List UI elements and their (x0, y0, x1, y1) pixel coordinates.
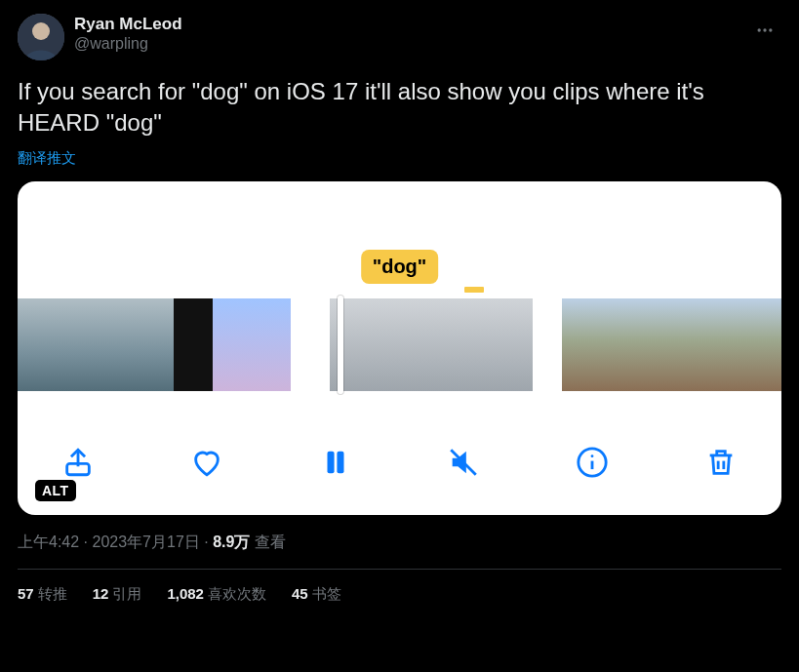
video-thumb (482, 298, 533, 391)
video-thumb (213, 298, 252, 391)
meta-separator: · (79, 534, 92, 550)
video-thumb (57, 298, 96, 391)
clip-group[interactable] (562, 298, 781, 391)
stats-row: 57转推 12引用 1,082喜欢次数 45书签 (18, 585, 781, 604)
search-term-badge: "dog" (361, 250, 439, 284)
tweet-text: If you search for "dog" on iOS 17 it'll … (18, 76, 781, 139)
video-thumb (609, 298, 656, 391)
video-thumb (380, 298, 431, 391)
clip-group[interactable] (18, 298, 291, 391)
video-thumb (656, 298, 702, 391)
display-name[interactable]: Ryan McLeod (74, 14, 182, 34)
heart-icon[interactable] (185, 441, 228, 484)
retweets-count: 57 (18, 585, 34, 602)
translate-link[interactable]: 翻译推文 (18, 149, 76, 168)
video-thumb (135, 298, 174, 391)
bookmarks-label: 书签 (312, 585, 341, 602)
share-icon[interactable] (57, 441, 100, 484)
info-icon[interactable] (571, 441, 614, 484)
quotes-count: 12 (93, 585, 109, 602)
retweets-label: 转推 (38, 585, 67, 602)
svg-rect-7 (337, 451, 343, 473)
video-thumb (562, 298, 609, 391)
alt-badge[interactable]: ALT (35, 480, 76, 501)
svg-point-1 (32, 22, 50, 40)
video-thumb (96, 298, 135, 391)
playhead[interactable] (338, 296, 343, 394)
tweet-date[interactable]: 2023年7月17日 (92, 534, 199, 550)
meta-separator: · (200, 534, 213, 550)
more-button[interactable] (748, 14, 781, 47)
clip-group[interactable] (330, 298, 533, 391)
bookmarks-stat[interactable]: 45书签 (292, 585, 341, 604)
user-handle[interactable]: @warpling (74, 34, 182, 54)
svg-rect-6 (327, 451, 334, 473)
video-thumb (749, 298, 781, 391)
svg-point-11 (591, 455, 594, 457)
video-thumb (18, 298, 57, 391)
bookmarks-count: 45 (292, 585, 308, 602)
likes-count: 1,082 (167, 585, 204, 602)
video-thumb (702, 298, 749, 391)
views-label: 查看 (250, 534, 285, 550)
likes-label: 喜欢次数 (208, 585, 266, 602)
quotes-label: 引用 (112, 585, 141, 602)
trash-icon[interactable] (699, 441, 742, 484)
tweet-time[interactable]: 上午4:42 (18, 534, 79, 550)
tweet-header: Ryan McLeod @warpling (18, 14, 781, 60)
avatar[interactable] (18, 14, 64, 60)
quotes-stat[interactable]: 12引用 (93, 585, 142, 604)
svg-point-2 (758, 28, 761, 31)
playhead-marker (464, 287, 484, 293)
tweet-container: Ryan McLeod @warpling If you search for … (0, 0, 799, 617)
video-thumb (252, 298, 291, 391)
retweets-stat[interactable]: 57转推 (18, 585, 67, 604)
svg-point-3 (763, 28, 766, 31)
user-block: Ryan McLeod @warpling (74, 14, 182, 54)
mute-icon[interactable] (442, 441, 485, 484)
divider (18, 569, 781, 570)
filmstrip (18, 298, 781, 391)
video-thumb (431, 298, 482, 391)
media-controls (18, 441, 781, 484)
svg-point-4 (769, 28, 772, 31)
media-inner: "dog" (18, 181, 781, 515)
video-thumb (174, 298, 213, 391)
media-card[interactable]: "dog" (18, 181, 781, 515)
pause-icon[interactable] (314, 441, 357, 484)
likes-stat[interactable]: 1,082喜欢次数 (167, 585, 266, 604)
tweet-meta: 上午4:42 · 2023年7月17日 · 8.9万 查看 (18, 533, 781, 553)
views-count: 8.9万 (213, 534, 250, 550)
